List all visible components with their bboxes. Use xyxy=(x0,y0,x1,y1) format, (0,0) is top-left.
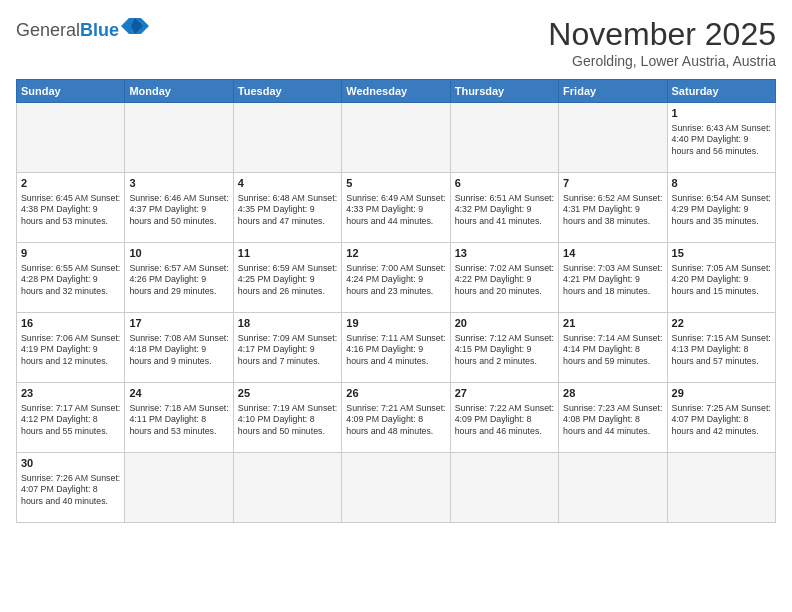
calendar-cell xyxy=(17,103,125,173)
day-number: 20 xyxy=(455,316,554,331)
day-number: 3 xyxy=(129,176,228,191)
day-info: Sunrise: 7:03 AM Sunset: 4:21 PM Dayligh… xyxy=(563,263,662,297)
calendar-cell: 5Sunrise: 6:49 AM Sunset: 4:33 PM Daylig… xyxy=(342,173,450,243)
calendar-cell: 12Sunrise: 7:00 AM Sunset: 4:24 PM Dayli… xyxy=(342,243,450,313)
day-number: 28 xyxy=(563,386,662,401)
day-number: 29 xyxy=(672,386,771,401)
day-info: Sunrise: 6:43 AM Sunset: 4:40 PM Dayligh… xyxy=(672,123,771,157)
day-info: Sunrise: 6:52 AM Sunset: 4:31 PM Dayligh… xyxy=(563,193,662,227)
day-info: Sunrise: 7:14 AM Sunset: 4:14 PM Dayligh… xyxy=(563,333,662,367)
day-info: Sunrise: 6:55 AM Sunset: 4:28 PM Dayligh… xyxy=(21,263,120,297)
calendar-week-row: 9Sunrise: 6:55 AM Sunset: 4:28 PM Daylig… xyxy=(17,243,776,313)
day-number: 30 xyxy=(21,456,120,471)
day-number: 14 xyxy=(563,246,662,261)
calendar-cell xyxy=(125,103,233,173)
day-info: Sunrise: 7:23 AM Sunset: 4:08 PM Dayligh… xyxy=(563,403,662,437)
calendar-cell: 11Sunrise: 6:59 AM Sunset: 4:25 PM Dayli… xyxy=(233,243,341,313)
day-number: 17 xyxy=(129,316,228,331)
day-number: 23 xyxy=(21,386,120,401)
calendar-cell: 7Sunrise: 6:52 AM Sunset: 4:31 PM Daylig… xyxy=(559,173,667,243)
day-number: 5 xyxy=(346,176,445,191)
day-number: 13 xyxy=(455,246,554,261)
day-number: 9 xyxy=(21,246,120,261)
day-number: 11 xyxy=(238,246,337,261)
calendar-week-row: 1Sunrise: 6:43 AM Sunset: 4:40 PM Daylig… xyxy=(17,103,776,173)
weekday-header-sunday: Sunday xyxy=(17,80,125,103)
day-number: 24 xyxy=(129,386,228,401)
logo-area: General Blue xyxy=(16,16,149,41)
calendar-body: 1Sunrise: 6:43 AM Sunset: 4:40 PM Daylig… xyxy=(17,103,776,523)
day-info: Sunrise: 7:15 AM Sunset: 4:13 PM Dayligh… xyxy=(672,333,771,367)
calendar-cell: 17Sunrise: 7:08 AM Sunset: 4:18 PM Dayli… xyxy=(125,313,233,383)
day-info: Sunrise: 6:57 AM Sunset: 4:26 PM Dayligh… xyxy=(129,263,228,297)
calendar-cell xyxy=(667,453,775,523)
calendar-cell xyxy=(559,103,667,173)
title-area: November 2025 Gerolding, Lower Austria, … xyxy=(548,16,776,69)
weekday-header-wednesday: Wednesday xyxy=(342,80,450,103)
day-info: Sunrise: 7:08 AM Sunset: 4:18 PM Dayligh… xyxy=(129,333,228,367)
day-number: 26 xyxy=(346,386,445,401)
calendar-cell: 2Sunrise: 6:45 AM Sunset: 4:38 PM Daylig… xyxy=(17,173,125,243)
weekday-header-tuesday: Tuesday xyxy=(233,80,341,103)
day-info: Sunrise: 7:22 AM Sunset: 4:09 PM Dayligh… xyxy=(455,403,554,437)
day-number: 12 xyxy=(346,246,445,261)
day-number: 18 xyxy=(238,316,337,331)
day-number: 7 xyxy=(563,176,662,191)
calendar-table: SundayMondayTuesdayWednesdayThursdayFrid… xyxy=(16,79,776,523)
weekday-header-row: SundayMondayTuesdayWednesdayThursdayFrid… xyxy=(17,80,776,103)
day-info: Sunrise: 7:06 AM Sunset: 4:19 PM Dayligh… xyxy=(21,333,120,367)
calendar-cell xyxy=(342,453,450,523)
calendar-cell: 19Sunrise: 7:11 AM Sunset: 4:16 PM Dayli… xyxy=(342,313,450,383)
day-info: Sunrise: 7:19 AM Sunset: 4:10 PM Dayligh… xyxy=(238,403,337,437)
day-number: 25 xyxy=(238,386,337,401)
weekday-header-friday: Friday xyxy=(559,80,667,103)
calendar-cell xyxy=(233,103,341,173)
calendar-cell xyxy=(450,103,558,173)
day-info: Sunrise: 7:18 AM Sunset: 4:11 PM Dayligh… xyxy=(129,403,228,437)
calendar-cell xyxy=(559,453,667,523)
calendar-cell: 13Sunrise: 7:02 AM Sunset: 4:22 PM Dayli… xyxy=(450,243,558,313)
day-info: Sunrise: 6:45 AM Sunset: 4:38 PM Dayligh… xyxy=(21,193,120,227)
day-info: Sunrise: 6:49 AM Sunset: 4:33 PM Dayligh… xyxy=(346,193,445,227)
day-info: Sunrise: 7:25 AM Sunset: 4:07 PM Dayligh… xyxy=(672,403,771,437)
calendar-cell: 16Sunrise: 7:06 AM Sunset: 4:19 PM Dayli… xyxy=(17,313,125,383)
logo: General Blue xyxy=(16,16,149,41)
calendar-week-row: 23Sunrise: 7:17 AM Sunset: 4:12 PM Dayli… xyxy=(17,383,776,453)
calendar-cell: 25Sunrise: 7:19 AM Sunset: 4:10 PM Dayli… xyxy=(233,383,341,453)
day-info: Sunrise: 7:21 AM Sunset: 4:09 PM Dayligh… xyxy=(346,403,445,437)
calendar-cell: 20Sunrise: 7:12 AM Sunset: 4:15 PM Dayli… xyxy=(450,313,558,383)
calendar-cell: 8Sunrise: 6:54 AM Sunset: 4:29 PM Daylig… xyxy=(667,173,775,243)
day-info: Sunrise: 7:05 AM Sunset: 4:20 PM Dayligh… xyxy=(672,263,771,297)
calendar-cell: 18Sunrise: 7:09 AM Sunset: 4:17 PM Dayli… xyxy=(233,313,341,383)
weekday-header-saturday: Saturday xyxy=(667,80,775,103)
day-number: 27 xyxy=(455,386,554,401)
calendar-cell xyxy=(233,453,341,523)
day-number: 6 xyxy=(455,176,554,191)
calendar-week-row: 16Sunrise: 7:06 AM Sunset: 4:19 PM Dayli… xyxy=(17,313,776,383)
calendar-cell xyxy=(125,453,233,523)
calendar-cell: 3Sunrise: 6:46 AM Sunset: 4:37 PM Daylig… xyxy=(125,173,233,243)
calendar-cell xyxy=(450,453,558,523)
calendar-week-row: 30Sunrise: 7:26 AM Sunset: 4:07 PM Dayli… xyxy=(17,453,776,523)
weekday-header-thursday: Thursday xyxy=(450,80,558,103)
day-info: Sunrise: 6:48 AM Sunset: 4:35 PM Dayligh… xyxy=(238,193,337,227)
logo-general-text: General xyxy=(16,20,80,41)
logo-blue-text: Blue xyxy=(80,20,119,41)
day-info: Sunrise: 7:09 AM Sunset: 4:17 PM Dayligh… xyxy=(238,333,337,367)
day-info: Sunrise: 7:11 AM Sunset: 4:16 PM Dayligh… xyxy=(346,333,445,367)
calendar-cell: 15Sunrise: 7:05 AM Sunset: 4:20 PM Dayli… xyxy=(667,243,775,313)
header: General Blue November 2025 Gerolding, Lo… xyxy=(16,16,776,69)
day-info: Sunrise: 7:12 AM Sunset: 4:15 PM Dayligh… xyxy=(455,333,554,367)
calendar-page: General Blue November 2025 Gerolding, Lo… xyxy=(0,0,792,612)
calendar-cell: 26Sunrise: 7:21 AM Sunset: 4:09 PM Dayli… xyxy=(342,383,450,453)
day-info: Sunrise: 6:59 AM Sunset: 4:25 PM Dayligh… xyxy=(238,263,337,297)
calendar-cell: 6Sunrise: 6:51 AM Sunset: 4:32 PM Daylig… xyxy=(450,173,558,243)
calendar-cell xyxy=(342,103,450,173)
day-number: 16 xyxy=(21,316,120,331)
calendar-cell: 21Sunrise: 7:14 AM Sunset: 4:14 PM Dayli… xyxy=(559,313,667,383)
day-info: Sunrise: 7:26 AM Sunset: 4:07 PM Dayligh… xyxy=(21,473,120,507)
logo-icon xyxy=(121,16,149,36)
calendar-cell: 24Sunrise: 7:18 AM Sunset: 4:11 PM Dayli… xyxy=(125,383,233,453)
weekday-header-monday: Monday xyxy=(125,80,233,103)
calendar-cell: 22Sunrise: 7:15 AM Sunset: 4:13 PM Dayli… xyxy=(667,313,775,383)
